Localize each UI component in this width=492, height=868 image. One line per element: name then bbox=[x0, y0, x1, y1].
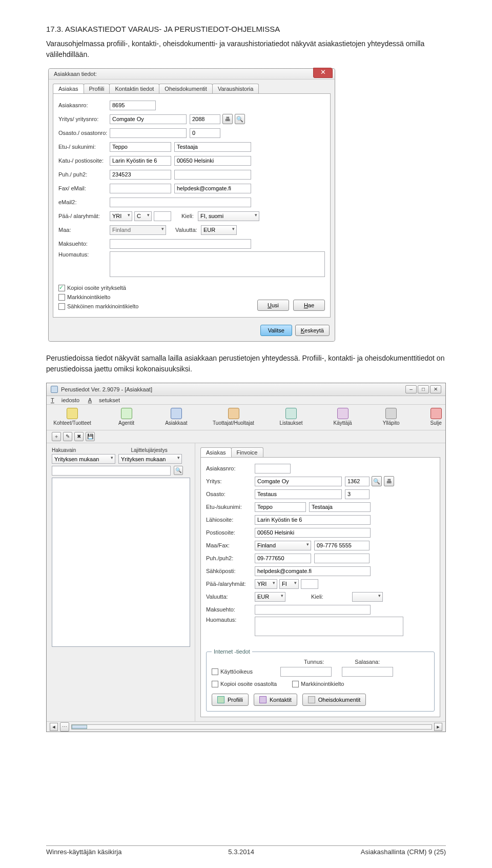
delete-icon[interactable]: ✖ bbox=[74, 432, 84, 441]
r-postios-input[interactable] bbox=[255, 528, 371, 538]
puh2-input[interactable] bbox=[174, 170, 251, 180]
scroll-left-icon[interactable]: ◄ bbox=[50, 723, 58, 731]
r-suku-input[interactable] bbox=[309, 502, 371, 512]
katuosoite-input[interactable] bbox=[110, 156, 171, 166]
r-ala-select[interactable] bbox=[279, 579, 299, 589]
tool-yllapito[interactable]: Ylläpito bbox=[383, 408, 400, 426]
markkinointikielto-checkbox[interactable] bbox=[58, 294, 65, 301]
kontaktit-button[interactable]: Kontaktit bbox=[254, 694, 297, 706]
osastonro-input[interactable] bbox=[190, 128, 220, 138]
r-osasto-input[interactable] bbox=[255, 489, 342, 499]
huomautus-textarea[interactable] bbox=[110, 251, 325, 277]
maximize-button[interactable]: □ bbox=[418, 385, 429, 393]
alaryhma-select[interactable] bbox=[134, 211, 152, 221]
r-fax-input[interactable] bbox=[314, 541, 370, 550]
yritysnro-input[interactable] bbox=[190, 114, 220, 124]
fax-input[interactable] bbox=[110, 184, 171, 193]
r-puh-input[interactable] bbox=[255, 554, 311, 563]
print-icon-button[interactable]: 🖶 bbox=[222, 114, 233, 124]
hae-button[interactable]: Hae bbox=[293, 300, 325, 311]
tab-asiakas[interactable]: Asiakas bbox=[53, 84, 84, 93]
sahkoinen-checkbox[interactable] bbox=[58, 303, 65, 310]
menu-tiedosto[interactable]: Tiedosto bbox=[51, 397, 79, 403]
r-lahi-input[interactable] bbox=[255, 515, 371, 525]
lajittelu-select[interactable] bbox=[118, 454, 182, 464]
valuutta-select[interactable] bbox=[201, 225, 237, 235]
asiakasnro-input[interactable] bbox=[110, 101, 156, 110]
tool-tuottajat[interactable]: Tuottajat/Huoltajat bbox=[218, 408, 249, 426]
search-icon-button[interactable]: 🔍 bbox=[235, 114, 245, 124]
kieli-select[interactable] bbox=[198, 211, 259, 221]
r-maa-select[interactable] bbox=[255, 541, 311, 550]
hakuavain-select[interactable] bbox=[52, 454, 115, 464]
tool-asiakkaat[interactable]: Asiakkaat bbox=[165, 408, 187, 426]
keskeyta-button[interactable]: Keskeytä bbox=[295, 325, 330, 336]
r-maksuehto-input[interactable] bbox=[255, 605, 371, 615]
tool-listaukset[interactable]: Listaukset bbox=[280, 408, 303, 426]
osasto-input[interactable] bbox=[110, 128, 187, 138]
r-yritys-label: Yritys: bbox=[206, 478, 255, 484]
tool-agentit[interactable]: Agentit bbox=[118, 408, 134, 426]
kopioi-checkbox[interactable] bbox=[58, 285, 65, 291]
puh-input[interactable] bbox=[110, 170, 171, 180]
sukunimi-input[interactable] bbox=[174, 142, 251, 152]
valitse-button[interactable]: Valitse bbox=[260, 325, 292, 336]
tab-profiili[interactable]: Profiili bbox=[84, 84, 110, 93]
r-markkinointikielto-checkbox[interactable] bbox=[292, 681, 299, 687]
horizontal-scrollbar[interactable]: ◄ ⋯ ► bbox=[47, 721, 445, 732]
postiosoite-input[interactable] bbox=[174, 156, 251, 166]
r-sposti-input[interactable] bbox=[255, 566, 371, 576]
r-yritys-input[interactable] bbox=[255, 477, 342, 486]
rtab-asiakas[interactable]: Asiakas bbox=[200, 447, 232, 457]
save-icon[interactable]: 💾 bbox=[86, 432, 95, 441]
tab-varaushistoria[interactable]: Varaushistoria bbox=[212, 84, 259, 93]
ryhma-extra-input[interactable] bbox=[154, 211, 171, 221]
r-puh2-input[interactable] bbox=[314, 554, 370, 563]
r-valuutta-label: Valuutta: bbox=[206, 594, 255, 600]
rtab-finvoice[interactable]: Finvoice bbox=[231, 447, 263, 457]
kopioi-osastolta-checkbox[interactable] bbox=[212, 681, 218, 687]
r-kieli-select[interactable] bbox=[352, 592, 383, 602]
tool-kayttaja[interactable]: Käyttäjä bbox=[334, 408, 352, 426]
oheisdokumentit-button[interactable]: Oheisdokumentit bbox=[302, 694, 366, 706]
minimize-button[interactable]: – bbox=[405, 385, 417, 393]
r-asiakasnro-input[interactable] bbox=[255, 464, 291, 474]
scroll-track[interactable] bbox=[71, 724, 432, 729]
profiili-button[interactable]: Profiili bbox=[212, 694, 249, 706]
salasana-input[interactable] bbox=[342, 667, 393, 677]
r-osastonro-input[interactable] bbox=[345, 489, 370, 499]
tool-sulje[interactable]: Sulje bbox=[430, 408, 441, 426]
tunnus-input[interactable] bbox=[280, 667, 332, 677]
scroll-right-icon[interactable]: ► bbox=[434, 723, 442, 731]
tab-kontaktin-tiedot[interactable]: Kontaktin tiedot bbox=[109, 84, 159, 93]
r-etu-input[interactable] bbox=[255, 502, 306, 512]
tab-oheisdokumentit[interactable]: Oheisdokumentit bbox=[159, 84, 213, 93]
search-input[interactable] bbox=[52, 466, 171, 476]
tool-kohteet[interactable]: Kohteet/Tuotteet bbox=[57, 408, 88, 426]
result-grid[interactable] bbox=[52, 478, 190, 647]
uusi-button[interactable]: Uusi bbox=[257, 300, 289, 311]
edit-icon[interactable]: ✎ bbox=[63, 432, 72, 441]
close-button[interactable]: ✕ bbox=[430, 385, 441, 393]
new-icon[interactable]: ＋ bbox=[52, 432, 61, 441]
r-ryhma-extra-input[interactable] bbox=[301, 579, 318, 589]
kayttooikeus-checkbox[interactable] bbox=[212, 668, 218, 675]
r-print-icon-button[interactable]: 🖶 bbox=[384, 476, 394, 486]
etunimi-input[interactable] bbox=[110, 142, 171, 152]
maksuehto-input[interactable] bbox=[110, 239, 251, 249]
search-go-icon[interactable]: 🔍 bbox=[174, 466, 183, 475]
email2-input[interactable] bbox=[110, 198, 251, 207]
r-huom-textarea[interactable] bbox=[255, 617, 403, 636]
paaryhma-select[interactable] bbox=[110, 211, 132, 221]
r-valuutta-select[interactable] bbox=[255, 592, 285, 602]
r-paaryhma-select[interactable] bbox=[255, 579, 277, 589]
email-input[interactable] bbox=[174, 184, 251, 193]
r-yritysnro-input[interactable] bbox=[345, 477, 370, 486]
yritys-input[interactable] bbox=[110, 114, 187, 124]
menu-asetukset[interactable]: Asetukset bbox=[88, 397, 120, 403]
scroll-misc-icon[interactable]: ⋯ bbox=[60, 722, 69, 732]
r-search-icon-button[interactable]: 🔍 bbox=[372, 476, 382, 486]
maa-select[interactable] bbox=[110, 225, 166, 235]
scroll-thumb[interactable] bbox=[72, 725, 87, 729]
close-button[interactable]: ✕ bbox=[313, 68, 333, 78]
